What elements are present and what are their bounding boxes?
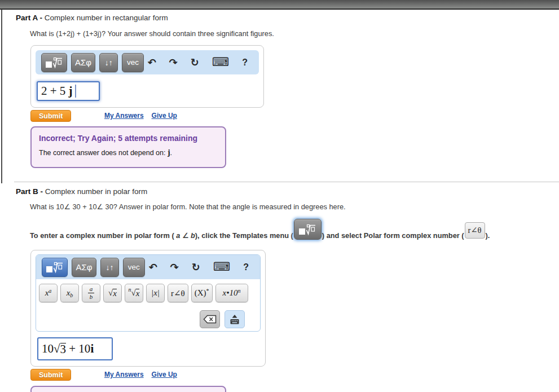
instruction-var-b: b bbox=[191, 231, 195, 240]
tpl-base: |x| bbox=[151, 288, 160, 298]
help-icon[interactable]: ? bbox=[242, 58, 248, 67]
vector-button[interactable]: vec bbox=[122, 53, 143, 72]
templates-icon bbox=[298, 223, 316, 236]
part-b-title: Complex number in polar form bbox=[45, 187, 148, 196]
feedback-box-a: Incorrect; Try Again; 5 attempts remaini… bbox=[30, 126, 226, 168]
reset-icon[interactable]: ↻ bbox=[191, 58, 199, 68]
tpl-sup: n bbox=[238, 288, 241, 294]
my-answers-link-b[interactable]: My Answers bbox=[104, 371, 144, 378]
template-nthroot-button[interactable]: n√x bbox=[125, 284, 143, 302]
tpl-base: x•10 bbox=[223, 288, 238, 298]
template-sqrt-button[interactable]: √x bbox=[103, 284, 122, 302]
instruction-text-2: ), click the Templates menu ( bbox=[195, 231, 293, 240]
part-a-question: What is (1+2j) + (1+3j)? Your answer sho… bbox=[30, 29, 274, 38]
templates-menu-button[interactable] bbox=[41, 53, 67, 72]
equation-widget-a: ΑΣφ ↓↑ vec ↶ ↷ ↻ ⌨ ? 2 + 5 j bbox=[30, 45, 264, 108]
give-up-link-b[interactable]: Give Up bbox=[152, 371, 177, 378]
part-b-instruction: To enter a complex number in polar form … bbox=[30, 219, 490, 240]
collapse-keyboard-button[interactable] bbox=[225, 310, 245, 328]
backspace-icon bbox=[203, 315, 217, 324]
instruction-text-4: ). bbox=[486, 231, 490, 240]
answer-links-b: My Answers Give Up bbox=[104, 371, 177, 378]
reset-icon[interactable]: ↻ bbox=[192, 262, 200, 272]
toolbar-icon-row-a: ↶ ↷ ↻ ⌨ ? bbox=[148, 56, 253, 68]
answer-field-a[interactable]: 2 + 5 j bbox=[37, 81, 100, 101]
top-gray-bar bbox=[0, 0, 559, 10]
template-button-row: xa xb ab √x n√x |x| r∠θ (X)* x•10n bbox=[36, 279, 260, 306]
template-power-button[interactable]: xa bbox=[39, 284, 58, 302]
submit-button-a[interactable]: Submit bbox=[30, 110, 71, 122]
templates-icon bbox=[46, 261, 64, 274]
answer-b-coef: 10 bbox=[42, 342, 54, 356]
keyboard-icon[interactable]: ⌨ bbox=[212, 56, 229, 68]
equation-widget-b: ΑΣφ ↓↑ vec ↶ ↷ ↻ ⌨ ? xa xb ab √x n√x |x|… bbox=[30, 250, 266, 367]
keyboard-icon[interactable]: ⌨ bbox=[213, 261, 230, 273]
feedback-body-text: The correct answer does not depend on: bbox=[39, 149, 168, 157]
answer-b-middle: + 10 bbox=[66, 342, 90, 356]
vector-button[interactable]: vec bbox=[123, 258, 145, 277]
undo-icon[interactable]: ↶ bbox=[149, 262, 157, 272]
tpl-sub: b bbox=[70, 293, 73, 298]
answer-b-radicand: 3 bbox=[60, 343, 67, 355]
section-divider bbox=[14, 182, 559, 182]
greek-symbols-button[interactable]: ΑΣφ bbox=[72, 258, 96, 277]
page: Part A - Complex number in rectangular f… bbox=[0, 0, 559, 392]
answer-links-a: My Answers Give Up bbox=[104, 112, 177, 120]
give-up-link-a[interactable]: Give Up bbox=[152, 112, 177, 120]
feedback-title-a: Incorrect; Try Again; 5 attempts remaini… bbox=[39, 134, 218, 143]
template-subscript-button[interactable]: xb bbox=[60, 284, 79, 302]
templates-icon bbox=[45, 56, 63, 69]
answer-b-variable: i bbox=[90, 342, 94, 356]
help-icon[interactable]: ? bbox=[243, 263, 249, 272]
instruction-text-3: ) and select Polar form complex number ( bbox=[322, 231, 464, 240]
answer-a-text: 2 + 5 bbox=[41, 84, 69, 98]
answer-a-variable: j bbox=[69, 84, 73, 98]
part-b-heading: Part B - Complex number in polar form bbox=[16, 187, 147, 196]
tpl-base: x bbox=[113, 289, 117, 298]
undo-icon[interactable]: ↶ bbox=[148, 58, 156, 68]
part-a-heading: Part A - Complex number in rectangular f… bbox=[16, 14, 168, 22]
equation-toolbar-a: ΑΣφ ↓↑ vec ↶ ↷ ↻ ⌨ ? bbox=[36, 50, 259, 74]
equation-toolbar-b: ΑΣφ ↓↑ vec ↶ ↷ ↻ ⌨ ? bbox=[36, 255, 260, 279]
updown-arrows-button[interactable]: ↓↑ bbox=[99, 53, 118, 72]
tpl-radical-sign: √ bbox=[131, 288, 136, 298]
tpl-sup: a bbox=[49, 288, 51, 294]
templates-menu-button[interactable] bbox=[42, 258, 68, 277]
feedback-box-b-partial bbox=[30, 386, 226, 392]
feedback-body-period: . bbox=[170, 149, 172, 157]
instruction-var-a: a bbox=[176, 231, 180, 240]
backspace-button[interactable] bbox=[200, 310, 220, 328]
part-a-label: Part A - bbox=[16, 14, 45, 22]
submit-button-b[interactable]: Submit bbox=[30, 369, 71, 381]
tpl-base: x bbox=[45, 288, 49, 298]
my-answers-link-a[interactable]: My Answers bbox=[104, 112, 144, 120]
tpl-base: (X) bbox=[195, 288, 206, 298]
redo-icon[interactable]: ↷ bbox=[169, 58, 178, 68]
toolbar-icon-row-b: ↶ ↷ ↻ ⌨ ? bbox=[149, 261, 254, 273]
updown-arrows-button[interactable]: ↓↑ bbox=[100, 258, 119, 277]
collapse-keyboard-icon bbox=[229, 314, 240, 325]
top-bar-highlight bbox=[0, 10, 559, 10]
template-polar-button[interactable]: r∠θ bbox=[168, 284, 188, 302]
template-conjugate-button[interactable]: (X)* bbox=[191, 284, 213, 302]
text-cursor bbox=[75, 85, 76, 98]
template-scientific-button[interactable]: x•10n bbox=[215, 284, 248, 302]
feedback-body-a: The correct answer does not depend on: j… bbox=[39, 148, 218, 157]
part-b-question: What is 10∠ 30 + 10∠ 30? Answer in polar… bbox=[30, 202, 346, 211]
answer-field-b[interactable]: 10√3 + 10i bbox=[37, 337, 113, 360]
tpl-denominator: b bbox=[90, 293, 93, 301]
left-frame-border bbox=[1, 10, 2, 183]
tpl-index: n bbox=[129, 287, 131, 293]
tpl-sup: * bbox=[206, 288, 209, 294]
template-abs-button[interactable]: |x| bbox=[146, 284, 165, 302]
template-fraction-button[interactable]: ab bbox=[82, 284, 100, 302]
instruction-text-1: To enter a complex number in polar form … bbox=[30, 231, 176, 240]
tpl-base: x bbox=[136, 289, 140, 298]
tpl-numerator: a bbox=[88, 285, 95, 293]
greek-symbols-button[interactable]: ΑΣφ bbox=[71, 53, 96, 72]
redo-icon[interactable]: ↷ bbox=[170, 262, 179, 272]
tpl-base: r∠θ bbox=[171, 288, 185, 298]
part-a-title: Complex number in rectangular form bbox=[45, 14, 168, 22]
templates-menu-image bbox=[294, 219, 322, 240]
angle-symbol: ∠ bbox=[180, 231, 191, 240]
